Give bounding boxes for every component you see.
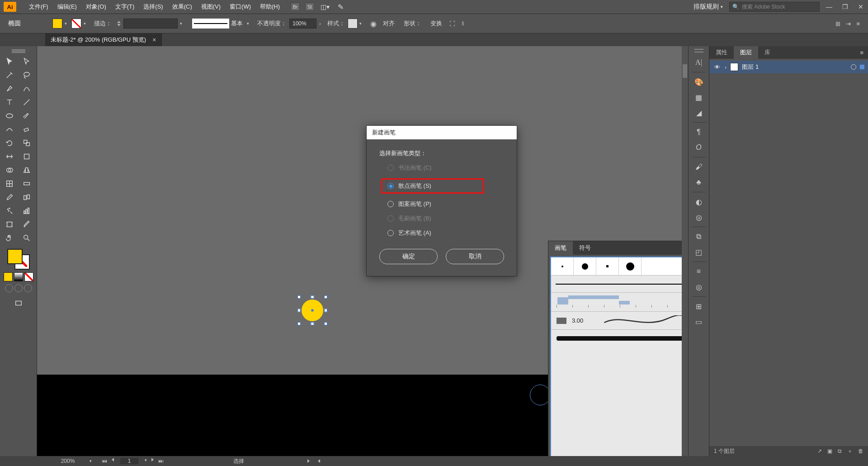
dock-brushes-icon[interactable]: 🖌 <box>691 160 707 174</box>
brush-charcoal-row[interactable] <box>551 330 688 347</box>
brush-basic-row[interactable]: 基本 <box>551 276 688 293</box>
paintbrush-tool[interactable] <box>19 109 34 122</box>
shape-builder-tool[interactable] <box>2 164 17 176</box>
shaper-tool[interactable] <box>2 123 17 136</box>
toolbox-grip[interactable] <box>2 49 35 53</box>
menu-object[interactable]: 对象(O) <box>81 3 111 11</box>
layer-selection-indicator[interactable] <box>860 65 864 69</box>
panel-tab-layers[interactable]: 图层 <box>734 46 758 59</box>
radio-art[interactable]: 艺术画笔 (A) <box>387 229 504 237</box>
layers-list[interactable]: 👁 › 图层 1 <box>709 59 868 446</box>
color-gradient[interactable] <box>14 272 23 281</box>
last-artboard-button[interactable]: ⏭ <box>158 458 164 464</box>
new-layer-icon[interactable]: ＋ <box>847 447 853 455</box>
tab-brushes[interactable]: 画笔 <box>548 241 573 255</box>
artboard-tool[interactable] <box>2 218 17 231</box>
zoom-level[interactable]: 200% <box>50 458 86 464</box>
dock-stroke-icon[interactable]: ≡ <box>691 264 707 279</box>
screen-mode-button[interactable] <box>11 297 26 309</box>
pen-tool[interactable] <box>2 82 17 95</box>
brush-calligraphic-row[interactable]: 3.00 <box>551 312 688 330</box>
layer-visibility-toggle[interactable]: 👁 <box>713 63 721 71</box>
zoom-tool[interactable] <box>19 232 34 244</box>
layout-rules-menu[interactable]: 排版规则 ▾ <box>693 3 723 11</box>
dock-swatches-icon[interactable]: ▦ <box>691 90 707 105</box>
canvas-vertical-scrollbar[interactable] <box>682 46 688 456</box>
brushes-list[interactable]: 基本 3.00 <box>550 257 688 456</box>
lasso-tool[interactable] <box>19 69 34 81</box>
artboard-dropdown[interactable]: ▾ <box>145 458 147 464</box>
delete-layer-icon[interactable]: 🗑 <box>858 448 863 454</box>
brush-definition-dropdown[interactable]: ▾ <box>245 19 251 29</box>
menu-window[interactable]: 窗口(W) <box>225 3 255 11</box>
radio-pattern[interactable]: 图案画笔 (P) <box>387 200 504 208</box>
menu-type[interactable]: 文字(T) <box>111 3 139 11</box>
layer-target-icon[interactable] <box>851 64 856 70</box>
hand-tool[interactable] <box>2 232 17 244</box>
magic-wand-tool[interactable] <box>2 69 17 81</box>
rotate-tool[interactable] <box>2 137 17 149</box>
stroke-weight-dropdown[interactable]: ▾ <box>178 19 184 29</box>
dock-align-icon[interactable]: ⊞ <box>691 299 707 314</box>
dock-artboards-icon[interactable]: ▭ <box>691 314 707 329</box>
dock-appearance-icon[interactable]: ◎ <box>691 280 707 294</box>
status-play-1[interactable] <box>307 459 310 463</box>
prefs-icon[interactable]: ≡ <box>856 20 860 27</box>
graphic-style-swatch[interactable] <box>348 19 358 29</box>
layer-name[interactable]: 图层 1 <box>742 63 759 71</box>
brush-preset-4[interactable] <box>619 257 642 275</box>
layer-row-1[interactable]: 👁 › 图层 1 <box>709 61 868 73</box>
color-none[interactable] <box>24 272 33 281</box>
make-clipping-mask-icon[interactable]: ▣ <box>827 448 832 454</box>
align-label[interactable]: 对齐 <box>383 19 395 28</box>
curvature-tool[interactable] <box>19 82 34 95</box>
brush-pattern-row[interactable] <box>551 293 688 312</box>
slice-tool[interactable] <box>19 218 34 231</box>
menu-help[interactable]: 帮助(H) <box>255 3 284 11</box>
dialog-cancel-button[interactable]: 取消 <box>446 249 504 264</box>
stroke-swatch[interactable] <box>71 19 81 29</box>
fill-swatch[interactable] <box>52 19 62 29</box>
dialog-ok-button[interactable]: 确定 <box>379 249 438 264</box>
brush-preset-3[interactable] <box>596 257 619 275</box>
brush-preset-2[interactable] <box>574 257 596 275</box>
tab-symbols[interactable]: 符号 <box>573 241 597 255</box>
bridge-badge[interactable]: Br <box>291 3 300 11</box>
dock-gradient-icon[interactable]: ◐ <box>691 195 707 209</box>
scale-tool[interactable] <box>19 137 34 149</box>
radio-scatter[interactable]: 散点画笔 (S) <box>381 178 484 194</box>
mesh-tool[interactable] <box>2 177 17 190</box>
dock-transform-icon[interactable]: ◰ <box>691 245 707 259</box>
menu-effect[interactable]: 效果(C) <box>168 3 197 11</box>
dialog-title[interactable]: 新建画笔 <box>367 126 517 139</box>
feather-icon[interactable]: ✎ <box>338 3 344 11</box>
direct-selection-tool[interactable] <box>19 55 34 68</box>
stroke-weight-stepper[interactable] <box>114 19 123 29</box>
dock-transparency-icon[interactable]: ◎ <box>691 210 707 224</box>
opacity-arrow[interactable]: › <box>319 21 321 26</box>
stroke-dropdown[interactable]: ▾ <box>81 19 88 29</box>
graphic-style-dropdown[interactable]: ▾ <box>358 19 364 29</box>
locate-object-icon[interactable]: ↗ <box>817 448 822 454</box>
column-graph-tool[interactable] <box>19 204 34 217</box>
artboard-number[interactable]: 1 <box>120 458 138 464</box>
eyedropper-tool[interactable] <box>2 191 17 204</box>
gradient-tool[interactable] <box>19 177 34 190</box>
symbol-sprayer-tool[interactable] <box>2 204 17 217</box>
dock-color-icon[interactable]: 🎨 <box>691 75 707 89</box>
menu-view[interactable]: 视图(V) <box>197 3 225 11</box>
menu-select[interactable]: 选择(S) <box>139 3 167 11</box>
close-button[interactable]: ✕ <box>858 3 863 10</box>
ellipse-tool[interactable] <box>2 109 17 122</box>
layer-thumbnail[interactable] <box>730 63 738 71</box>
panel-menu-button[interactable]: ≡ <box>855 49 868 56</box>
next-artboard-button[interactable] <box>151 458 154 461</box>
menu-file[interactable]: 文件(F) <box>24 3 53 11</box>
document-tab[interactable]: 未标题-2* @ 200% (RGB/GPU 预览) × <box>45 33 162 46</box>
maximize-button[interactable]: ❐ <box>842 3 848 10</box>
status-play-2[interactable] <box>318 459 320 463</box>
isolate-icon[interactable]: ⛶ <box>449 20 455 27</box>
canvas[interactable]: 新建画笔 选择新画笔类型： 书法画笔 (C) 散点画笔 (S) 图案画笔 (P)… <box>37 46 688 456</box>
type-tool[interactable] <box>2 96 17 109</box>
width-tool[interactable] <box>2 150 17 163</box>
